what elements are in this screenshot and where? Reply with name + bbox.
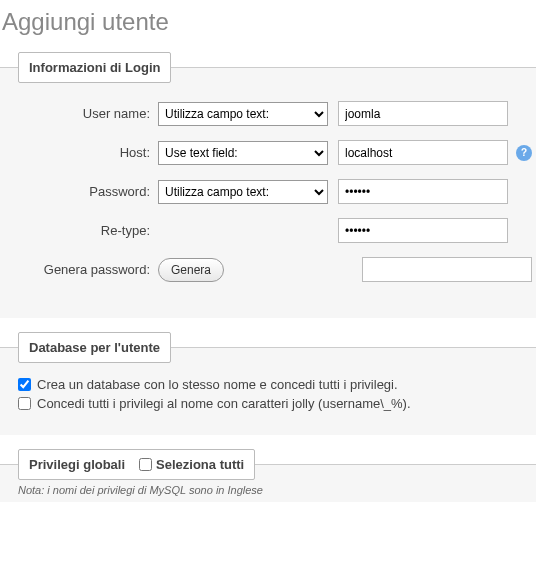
page-title: Aggiungi utente: [0, 0, 536, 52]
checkbox-select-all[interactable]: [139, 458, 152, 471]
label-host: Host:: [18, 145, 158, 160]
legend-db-user: Database per l'utente: [18, 332, 171, 363]
legend-global-priv-text: Privilegi globali: [29, 457, 125, 472]
generate-button[interactable]: Genera: [158, 258, 224, 282]
input-password[interactable]: [338, 179, 508, 204]
label-grant-wildcard: Concedi tutti i privilegi al nome con ca…: [37, 396, 411, 411]
checkbox-create-db[interactable]: [18, 378, 31, 391]
fieldset-db-user: Database per l'utente Crea un database c…: [0, 332, 536, 435]
input-username[interactable]: [338, 101, 508, 126]
input-retype[interactable]: [338, 218, 508, 243]
fieldset-login-info: Informazioni di Login User name: Utilizz…: [0, 52, 536, 318]
label-username: User name:: [18, 106, 158, 121]
checkbox-grant-wildcard[interactable]: [18, 397, 31, 410]
select-username-type[interactable]: Utilizza campo text:: [158, 102, 328, 126]
note-privileges: Nota: i nomi dei privilegi di MySQL sono…: [0, 480, 536, 496]
select-password-type[interactable]: Utilizza campo text:: [158, 180, 328, 204]
label-select-all: Seleziona tutti: [156, 457, 244, 472]
label-generate: Genera password:: [18, 262, 158, 277]
label-password: Password:: [18, 184, 158, 199]
legend-global-priv: Privilegi globali Seleziona tutti: [18, 449, 255, 480]
label-create-db: Crea un database con lo stesso nome e co…: [37, 377, 398, 392]
input-host[interactable]: [338, 140, 508, 165]
input-generated[interactable]: [362, 257, 532, 282]
legend-login-info: Informazioni di Login: [18, 52, 171, 83]
label-retype: Re-type:: [18, 223, 158, 238]
fieldset-global-priv: Privilegi globali Seleziona tutti Nota: …: [0, 449, 536, 502]
help-icon[interactable]: ?: [516, 145, 532, 161]
select-host-type[interactable]: Use text field:: [158, 141, 328, 165]
